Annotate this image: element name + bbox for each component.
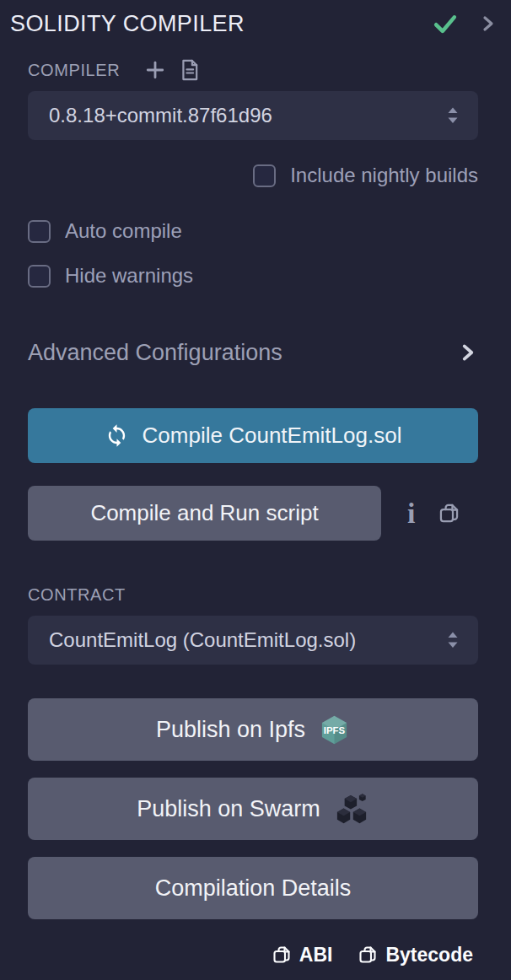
page-title: SOLIDITY COMPILER	[10, 11, 245, 37]
compile-button-label: Compile CountEmitLog.sol	[143, 423, 402, 449]
contract-label-row: CONTRACT	[28, 584, 478, 606]
copy-icon[interactable]	[438, 502, 460, 525]
chevron-right-icon	[458, 342, 478, 363]
copy-icon	[358, 945, 378, 965]
publish-swarm-button[interactable]: Publish on Swarm	[28, 778, 478, 840]
refresh-icon	[105, 423, 129, 448]
up-down-arrows-icon	[446, 629, 460, 651]
compiler-section-label: COMPILER	[28, 61, 120, 80]
copy-artifacts-row: ABI Bytecode	[28, 941, 478, 968]
auto-compile-checkbox[interactable]	[28, 220, 51, 243]
publish-ipfs-label: Publish on Ipfs	[156, 717, 305, 743]
hide-warnings-checkbox[interactable]	[28, 265, 51, 288]
compile-and-run-row: Compile and Run script i	[28, 486, 478, 541]
compile-success-check-icon	[432, 12, 459, 35]
info-icon[interactable]: i	[407, 499, 415, 528]
swarm-cubes-icon	[334, 792, 369, 826]
include-nightly-row: Include nightly builds	[28, 162, 478, 189]
compilation-details-label: Compilation Details	[155, 875, 352, 902]
contract-select-value: CountEmitLog (CountEmitLog.sol)	[49, 628, 446, 652]
abi-label: ABI	[299, 944, 333, 967]
contract-select[interactable]: CountEmitLog (CountEmitLog.sol)	[28, 616, 478, 665]
chevron-right-icon[interactable]	[479, 13, 498, 34]
panel-header: SOLIDITY COMPILER	[0, 0, 511, 39]
copy-bytecode-button[interactable]: Bytecode	[358, 944, 473, 967]
up-down-arrows-icon	[446, 105, 460, 127]
solidity-compiler-panel: SOLIDITY COMPILER COMPILER	[0, 0, 511, 980]
compile-button[interactable]: Compile CountEmitLog.sol	[28, 408, 478, 463]
hide-warnings-label: Hide warnings	[65, 264, 193, 288]
contract-section-label: CONTRACT	[28, 585, 126, 605]
bytecode-label: Bytecode	[385, 944, 473, 967]
copy-abi-button[interactable]: ABI	[272, 944, 333, 967]
include-nightly-label: Include nightly builds	[290, 164, 478, 187]
advanced-configurations-toggle[interactable]: Advanced Configurations	[28, 339, 478, 366]
compile-and-run-button[interactable]: Compile and Run script	[28, 486, 381, 541]
advanced-configurations-label: Advanced Configurations	[28, 340, 458, 366]
publish-ipfs-button[interactable]: Publish on Ipfs IPFS	[28, 698, 478, 761]
copy-icon	[272, 945, 292, 965]
hide-warnings-row: Hide warnings	[28, 262, 478, 289]
file-icon[interactable]	[179, 58, 201, 82]
compiler-label-row: COMPILER	[28, 59, 478, 81]
auto-compile-row: Auto compile	[28, 218, 478, 245]
auto-compile-label: Auto compile	[65, 219, 182, 243]
compile-and-run-label: Compile and Run script	[90, 500, 318, 526]
plus-icon[interactable]	[143, 58, 167, 82]
publish-swarm-label: Publish on Swarm	[137, 796, 320, 822]
include-nightly-checkbox[interactable]	[253, 164, 276, 187]
svg-text:IPFS: IPFS	[324, 725, 346, 735]
compiler-version-select[interactable]: 0.8.18+commit.87f61d96	[28, 91, 478, 140]
compiler-version-value: 0.8.18+commit.87f61d96	[49, 104, 446, 127]
panel-content: COMPILER 0.8.18+commit.87f61d96	[0, 59, 511, 968]
ipfs-cube-icon: IPFS	[319, 714, 350, 746]
compilation-details-button[interactable]: Compilation Details	[28, 857, 478, 919]
